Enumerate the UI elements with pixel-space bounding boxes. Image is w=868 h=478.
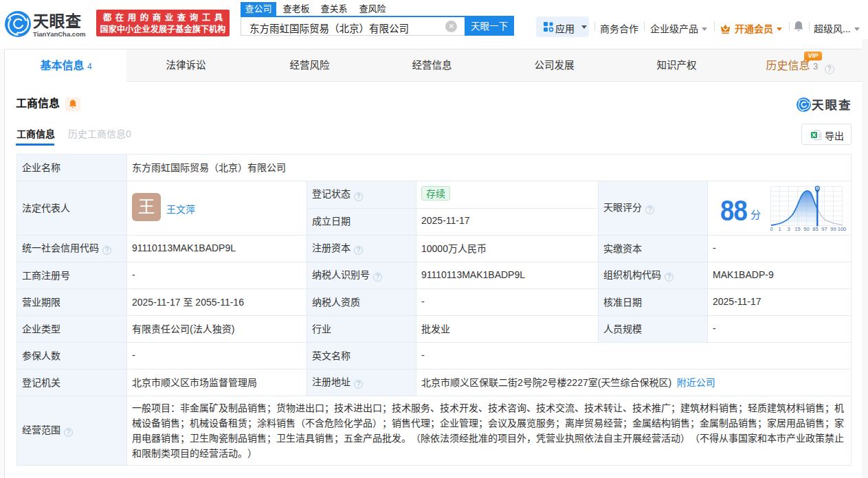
svg-text:15: 15	[794, 226, 800, 232]
svg-text:3: 3	[787, 226, 790, 232]
svg-text:99: 99	[830, 226, 836, 232]
svg-text:97: 97	[821, 226, 827, 232]
svg-text:100: 100	[838, 226, 847, 232]
svg-text:1: 1	[778, 226, 781, 232]
svg-text:85: 85	[812, 226, 818, 232]
svg-text:50: 50	[803, 226, 809, 232]
svg-text:0: 0	[770, 226, 773, 232]
